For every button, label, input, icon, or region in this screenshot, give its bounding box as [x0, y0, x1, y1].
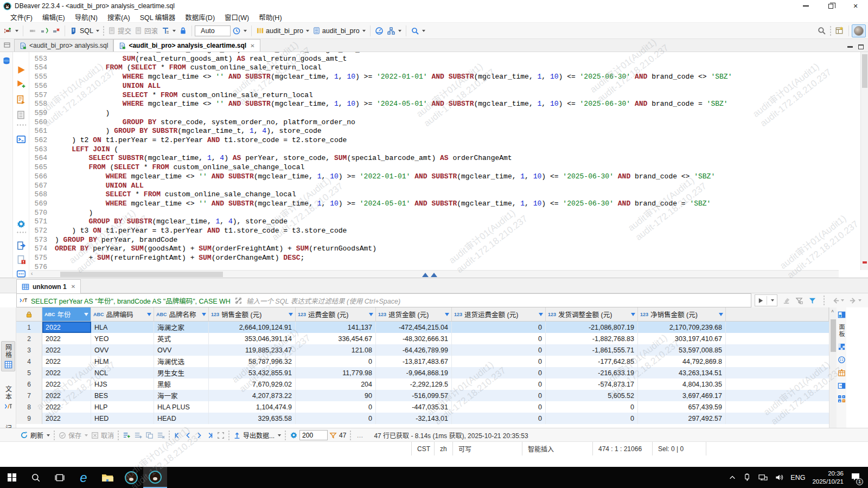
execute-new-tab-button[interactable] [16, 79, 26, 89]
filter-history-back-button[interactable] [832, 297, 844, 305]
code-line[interactable]: 567 UNION ALL [30, 182, 839, 191]
code-line[interactable]: 563 LEFT JOIN ( [30, 145, 839, 155]
commit-button[interactable]: 提交 [106, 24, 133, 37]
grid-cell[interactable]: -48,302,666.31 [376, 333, 452, 344]
menu-item[interactable]: 文件(F) [5, 12, 37, 23]
fetch-size-input[interactable] [299, 430, 328, 440]
table-row[interactable]: 42022HLM海澜优选58,787,996.320-13,817,483.67… [16, 356, 829, 367]
column-filter-icon[interactable] [369, 313, 373, 316]
action-center-icon[interactable]: 1 [851, 472, 860, 483]
grid-cell[interactable]: -32,143.01 [376, 413, 452, 424]
execute-script-button[interactable] [16, 95, 26, 105]
column-header-4[interactable]: 123销售金额 (元) [209, 307, 296, 321]
first-page-button[interactable] [174, 432, 181, 439]
column-filter-icon[interactable] [202, 313, 206, 316]
variables-icon[interactable] [16, 269, 26, 278]
grid-cell[interactable]: 303,197,410.67 [638, 333, 726, 344]
grid-cell[interactable]: BES [91, 390, 154, 401]
filter-settings-icon[interactable] [808, 297, 816, 305]
rollback-button[interactable]: 回滚 [133, 24, 159, 37]
scroll-up-icon[interactable]: ˄ [831, 309, 834, 314]
code-line[interactable]: 574ORDER BY perYear, SUM(goodsAmt) + SUM… [30, 245, 839, 254]
grid-cell[interactable]: 0 [452, 322, 546, 333]
row-number[interactable]: 5 [16, 367, 42, 378]
grid-cell[interactable]: 5,605.52 [546, 390, 638, 401]
code-line[interactable]: 569 WHERE mgclear_time <> '' AND SUBSTR(… [30, 200, 839, 209]
code-line[interactable]: 565 FROM (SELECT * FROM custom_online_sa… [30, 163, 839, 172]
grid-cell[interactable]: 43,263,134.51 [638, 367, 726, 378]
row-number[interactable]: 9 [16, 413, 42, 424]
menu-item[interactable]: 数据库(D) [180, 12, 220, 23]
grid-cell[interactable]: HLA [91, 322, 154, 333]
column-header-9[interactable]: 123净销售金额 (元) [638, 307, 726, 321]
grid-cell[interactable]: OVV [91, 344, 154, 356]
editor-tab[interactable]: <audit_bi_pro> analysis_cleartime.sql✕ [113, 39, 260, 52]
grid-cell[interactable]: 0 [452, 378, 546, 390]
grid-cell[interactable]: 121.08 [296, 344, 376, 356]
grid-cell[interactable]: 2,170,709,239.68 [638, 322, 726, 333]
presentation-tab-网格[interactable]: 网格 [1, 341, 15, 371]
code-line[interactable]: 568 SELECT * FROM custom_online_sale_cha… [30, 190, 839, 200]
code-line[interactable]: 559 ) [30, 109, 839, 118]
grid-cell[interactable]: -472,454,215.04 [376, 322, 452, 333]
column-filter-icon[interactable] [719, 313, 723, 316]
grid-cell[interactable]: 0 [452, 413, 546, 424]
erase-filter-icon[interactable] [782, 297, 790, 305]
menu-item[interactable]: 搜索(A) [103, 12, 135, 23]
grid-cell[interactable]: HLM [91, 356, 154, 367]
restore-window-button[interactable] [818, 0, 843, 12]
sql-editor[interactable]: 552 SUM(real_return_freight_amt) AS real… [0, 52, 868, 278]
code-line[interactable]: 564 SELECT SUBSTR(mgclear_time, 1, 4) AS… [30, 154, 839, 163]
reconnect-button[interactable] [38, 25, 50, 36]
sql-code-area[interactable]: 552 SUM(real_return_freight_amt) AS real… [30, 52, 839, 270]
grid-cell[interactable]: YEO [91, 333, 154, 344]
code-line[interactable]: 573) GROUP BY perYear, brandCode [30, 236, 839, 245]
tray-chevron-icon[interactable] [729, 474, 736, 481]
statusbar-caret-position[interactable]: 474 : 1 : 21066 [592, 442, 652, 455]
column-header-8[interactable]: 123发货调整金额 (元) [546, 307, 638, 321]
active-connection-select[interactable]: audit_bi_pro [254, 25, 311, 36]
grid-cell[interactable]: -574,873.17 [546, 378, 638, 390]
code-line[interactable]: 561 ) GROUP BY SUBSTR(mgclear_time_t, 1,… [30, 127, 839, 136]
file-explorer-icon[interactable] [95, 467, 119, 488]
grid-cell[interactable]: -2,292,129.5 [376, 378, 452, 390]
restore-panel-icon[interactable] [0, 38, 14, 52]
grid-cell[interactable]: 329,635.58 [209, 413, 296, 424]
dashboard-button[interactable] [373, 25, 385, 36]
grid-cell[interactable]: -177,642.85 [546, 356, 638, 367]
table-row[interactable]: 82022HLPHLA PLUS1,104,474.90-447,035.310… [16, 401, 829, 413]
grid-cell[interactable]: 2022 [42, 344, 91, 356]
menu-item[interactable]: 帮助(H) [254, 12, 286, 23]
table-row[interactable]: 12022HLA海澜之家2,664,109,124.91141,137-472,… [16, 322, 829, 333]
code-line[interactable]: 562 ) t2 ON t1.perYear = t2.perYear AND … [30, 136, 839, 145]
table-row[interactable]: 62022HJS黑鲸7,670,929.02204-2,292,129.50-5… [16, 378, 829, 390]
grid-cell[interactable]: 204 [296, 378, 376, 390]
grid-vertical-scrollbar[interactable]: ˄ ˅ [829, 307, 837, 438]
active-database-select[interactable]: audit_bi_pro [311, 25, 367, 36]
grid-cell[interactable]: -516,099.57 [376, 390, 452, 401]
calc-panel-icon[interactable] [838, 356, 846, 364]
grid-cell[interactable]: 4,207,873.22 [209, 390, 296, 401]
code-line[interactable]: 555 WHERE mgclear_time <> '' AND SUBSTR(… [30, 73, 839, 82]
menu-item[interactable]: 窗口(W) [220, 12, 254, 23]
grid-cell[interactable]: 2022 [42, 401, 91, 413]
execute-statement-button[interactable] [16, 65, 26, 75]
grid-cell[interactable]: 53,432,855.91 [209, 367, 296, 378]
grid-cell[interactable]: 2022 [42, 356, 91, 367]
search-dropdown-button[interactable] [409, 25, 427, 36]
network-tray-icon[interactable] [758, 473, 768, 481]
grid-cell[interactable]: 英式 [154, 333, 209, 344]
close-window-button[interactable]: ✕ [843, 0, 868, 12]
column-filter-icon[interactable] [84, 313, 88, 316]
grid-cell[interactable]: 2,664,109,124.91 [209, 322, 296, 333]
grid-cell[interactable]: 男生女生 [154, 367, 209, 378]
grid-cell[interactable]: 1,104,474.9 [209, 401, 296, 413]
menu-item[interactable]: SQL 编辑器 [135, 12, 181, 23]
grid-cell[interactable]: 黑鲸 [154, 378, 209, 390]
column-header-2[interactable]: ABC品牌编码 [91, 307, 154, 321]
delete-row-button[interactable] [157, 431, 165, 439]
grid-cell[interactable]: 336,454.67 [296, 333, 376, 344]
expand-filter-icon[interactable] [235, 297, 242, 304]
grid-cell[interactable]: 0 [296, 356, 376, 367]
grid-settings-gear-icon[interactable] [290, 431, 298, 439]
